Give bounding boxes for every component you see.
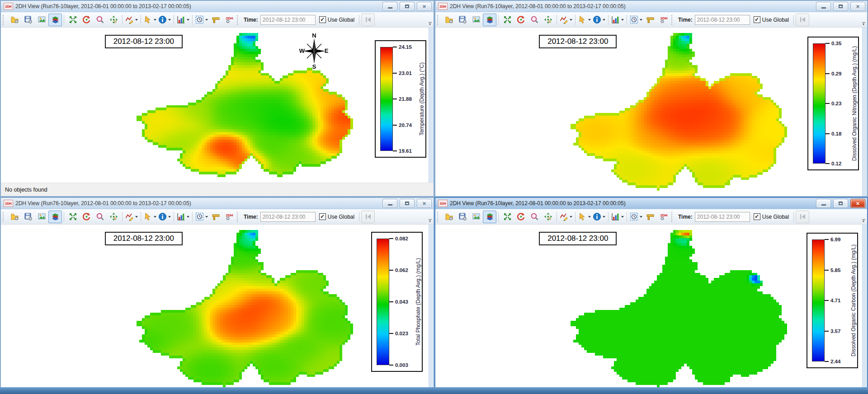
dropdown-caret-icon[interactable]	[603, 216, 605, 218]
settings-2dh-icon[interactable]: 2DH	[222, 211, 236, 223]
right-scroll-strip[interactable]	[429, 225, 434, 393]
lake-heatmap[interactable]	[435, 225, 863, 393]
pan-icon[interactable]	[107, 14, 120, 26]
right-scroll-strip[interactable]	[862, 28, 867, 196]
save-project-icon[interactable]	[21, 14, 35, 26]
close-button[interactable]: ✕	[850, 199, 865, 208]
minimize-button[interactable]	[382, 199, 397, 208]
pointer-icon[interactable]	[577, 14, 592, 26]
zoom-area-icon[interactable]	[93, 14, 107, 26]
right-scroll-strip[interactable]	[862, 225, 867, 393]
time-input[interactable]	[260, 15, 316, 25]
measure-ruler-icon[interactable]	[643, 211, 657, 223]
dropdown-caret-icon[interactable]	[588, 216, 591, 218]
chart-icon[interactable]	[176, 211, 190, 223]
open-project-icon[interactable]	[8, 211, 21, 223]
dropdown-caret-icon[interactable]	[570, 19, 572, 21]
dropdown-caret-icon[interactable]	[168, 216, 171, 218]
rotate-view-icon[interactable]	[514, 14, 528, 26]
dropdown-caret-icon[interactable]	[187, 19, 189, 21]
title-bar[interactable]: 2DH 2DH View (Run76-10layer, 2012-08-01 …	[1, 198, 434, 209]
settings-2dh-icon[interactable]: 2DH	[657, 14, 670, 26]
export-image-icon[interactable]	[35, 14, 48, 26]
profile-line-icon[interactable]	[124, 14, 139, 26]
minimize-button[interactable]	[382, 2, 397, 11]
profile-line-icon[interactable]	[559, 211, 573, 223]
close-button[interactable]: ✕	[850, 2, 865, 11]
export-image-icon[interactable]	[35, 211, 48, 223]
lake-heatmap[interactable]	[435, 28, 863, 196]
export-image-icon[interactable]	[469, 211, 483, 223]
use-global-checkbox[interactable]: ✓	[319, 213, 326, 220]
dropdown-caret-icon[interactable]	[187, 216, 189, 218]
export-image-icon[interactable]	[469, 14, 483, 26]
measure-ruler-icon[interactable]	[209, 211, 222, 223]
chart-icon[interactable]	[610, 14, 625, 26]
zoom-extents-icon[interactable]	[66, 211, 80, 223]
toolbar-overflow-icon[interactable]: ▾	[861, 21, 866, 27]
pointer-icon[interactable]	[143, 14, 157, 26]
dropdown-caret-icon[interactable]	[154, 19, 156, 21]
rotate-view-icon[interactable]	[80, 14, 93, 26]
maximize-button[interactable]	[400, 2, 415, 11]
pan-icon[interactable]	[107, 211, 120, 223]
open-project-icon[interactable]	[442, 14, 456, 26]
right-scroll-strip[interactable]	[429, 28, 434, 183]
minimize-button[interactable]	[816, 2, 831, 11]
dropdown-caret-icon[interactable]	[168, 19, 171, 21]
chart-icon[interactable]	[610, 211, 625, 223]
lake-heatmap[interactable]	[1, 28, 429, 183]
dropdown-caret-icon[interactable]	[205, 19, 208, 21]
zoom-extents-icon[interactable]	[500, 14, 514, 26]
rotate-view-icon[interactable]	[80, 211, 93, 223]
info-icon[interactable]	[592, 211, 606, 223]
time-settings-icon[interactable]	[194, 14, 209, 26]
time-settings-icon[interactable]	[194, 211, 209, 223]
go-to-first-icon[interactable]	[796, 14, 809, 26]
go-to-first-icon[interactable]	[361, 211, 375, 223]
minimize-button[interactable]	[816, 199, 831, 208]
maximize-button[interactable]	[833, 199, 848, 208]
settings-2dh-icon[interactable]: 2DH	[657, 211, 670, 223]
time-input[interactable]	[695, 212, 750, 222]
save-project-icon[interactable]	[21, 211, 35, 223]
dropdown-caret-icon[interactable]	[603, 19, 605, 21]
settings-2dh-icon[interactable]: 2DH	[222, 14, 236, 26]
toolbar-overflow-icon[interactable]: ▾	[861, 218, 866, 224]
use-global-checkbox[interactable]: ✓	[754, 213, 760, 220]
time-input[interactable]	[695, 15, 750, 25]
measure-ruler-icon[interactable]	[643, 14, 657, 26]
measure-ruler-icon[interactable]	[209, 14, 222, 26]
dropdown-caret-icon[interactable]	[154, 216, 156, 218]
layers-icon[interactable]	[48, 14, 62, 26]
time-settings-icon[interactable]	[629, 14, 643, 26]
title-bar[interactable]: 2DH 2DH View (Run76-10layer, 2012-08-01 …	[435, 1, 867, 12]
dropdown-caret-icon[interactable]	[640, 216, 642, 218]
info-icon[interactable]	[157, 14, 172, 26]
time-settings-icon[interactable]	[629, 211, 643, 223]
title-bar[interactable]: 2DH 2DH View (Run76-10layer, 2012-08-01 …	[435, 198, 867, 209]
maximize-button[interactable]	[833, 2, 848, 11]
dropdown-caret-icon[interactable]	[570, 216, 572, 218]
profile-line-icon[interactable]	[124, 211, 139, 223]
save-project-icon[interactable]	[456, 14, 469, 26]
title-bar[interactable]: 2DH 2DH View (Run76-10layer, 2012-08-01 …	[1, 1, 434, 12]
chart-icon[interactable]	[176, 14, 190, 26]
zoom-area-icon[interactable]	[93, 211, 107, 223]
open-project-icon[interactable]	[8, 14, 21, 26]
dropdown-caret-icon[interactable]	[205, 216, 208, 218]
info-icon[interactable]	[157, 211, 172, 223]
dropdown-caret-icon[interactable]	[621, 216, 624, 218]
maximize-button[interactable]	[400, 199, 415, 208]
dropdown-caret-icon[interactable]	[621, 19, 624, 21]
pointer-icon[interactable]	[143, 211, 157, 223]
dropdown-caret-icon[interactable]	[588, 19, 591, 21]
profile-line-icon[interactable]	[559, 14, 573, 26]
use-global-checkbox[interactable]: ✓	[754, 16, 760, 23]
lake-heatmap[interactable]	[1, 225, 429, 393]
time-input[interactable]	[260, 212, 316, 222]
dropdown-caret-icon[interactable]	[135, 19, 138, 21]
open-project-icon[interactable]	[442, 211, 456, 223]
layers-icon[interactable]	[48, 211, 62, 223]
use-global-checkbox[interactable]: ✓	[319, 16, 326, 23]
